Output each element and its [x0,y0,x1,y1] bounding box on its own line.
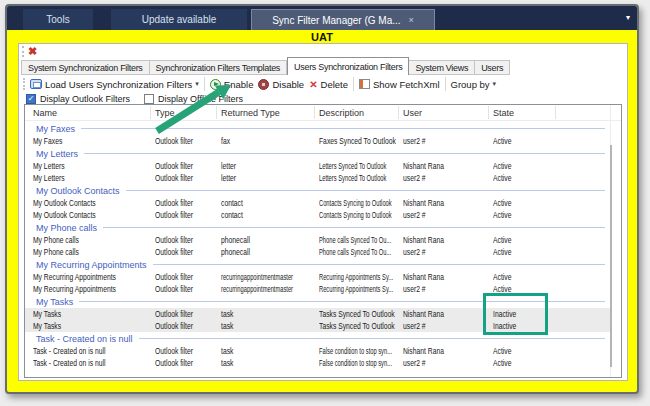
table-cell: user2 # [403,135,426,147]
group-header[interactable]: My Outlook Contacts [25,184,621,197]
tab-overflow-caret-icon[interactable]: ▾ [626,13,630,22]
table-cell: Recurring Appointments Sy... [319,283,393,295]
enable-play-icon [210,79,221,90]
delete-x-icon: ✕ [309,79,317,90]
table-cell: Outlook filter [155,357,193,369]
table-cell: My Outlook Contacts [33,209,96,221]
tab-synchronization-filters-templates[interactable]: Synchronization Filters Templates [150,60,288,75]
table-cell: Active [493,246,511,258]
table-row[interactable]: My Phone callsOutlook filterphonecallPho… [25,246,621,258]
group-header[interactable]: My Faxes [25,122,621,135]
table-cell: My Letters [33,160,65,172]
column-divider[interactable] [216,106,217,119]
disable-stop-icon [258,79,269,90]
close-plugin-button[interactable]: ✖ [28,44,37,58]
table-row[interactable]: My Outlook ContactsOutlook filtercontact… [25,197,621,209]
table-row[interactable]: My FaxesOutlook filterfaxFaxes Synced To… [25,135,621,147]
disable-button[interactable]: Disable [258,79,304,90]
table-cell: Nishant Rana [403,160,444,172]
table-row[interactable]: Task - Created on is nullOutlook filtert… [25,357,621,369]
table-cell: Task - Created on is null [33,357,105,369]
table-cell: Inactive [493,308,516,320]
tab-tools[interactable]: Tools [23,9,93,30]
show-fetchxml-button[interactable]: Show FetchXml [359,79,440,90]
group-header[interactable]: My Letters [25,147,621,160]
column-header-description[interactable]: Description [319,105,364,121]
column-header-returned-type[interactable]: Returned Type [221,105,280,121]
tab-sync-filter-manager[interactable]: Sync Filter Manager (G Ma... × [251,9,435,30]
table-cell: Outlook filter [155,234,193,246]
table-row[interactable]: My Recurring AppointmentsOutlook filterr… [25,283,621,295]
table-cell: Active [493,135,511,147]
column-divider[interactable] [150,106,151,119]
table-cell: Outlook filter [155,308,193,320]
top-tab-strip: Tools Update available Sync Filter Manag… [7,6,637,30]
table-row[interactable]: My LettersOutlook filterletterLetters Sy… [25,160,621,172]
table-row[interactable]: My Phone callsOutlook filterphonecallPho… [25,234,621,246]
table-cell: False condition to stop syn... [319,345,392,357]
column-header-state[interactable]: State [493,105,514,121]
load-users-filters-label: Load Users Synchronization Filters [45,79,192,90]
enable-label: Enable [224,79,254,90]
column-divider[interactable] [398,106,399,119]
table-cell: My Letters [33,172,65,184]
checkbox-icon[interactable]: ✓ [26,94,36,104]
load-dropdown-caret-icon[interactable]: ▾ [195,80,199,88]
table-cell: Outlook filter [155,172,193,184]
tab-system-views[interactable]: System Views [409,60,475,75]
checkbox-icon[interactable] [144,94,154,104]
table-cell: Outlook filter [155,160,193,172]
tab-close-icon[interactable]: × [409,15,414,25]
table-cell: user2 # [403,172,426,184]
table-cell: user2 # [403,246,426,258]
table-cell: Letters Synced To Outlook [319,172,386,184]
toolbar-grip [22,46,24,57]
toolstrip: Load Users Synchronization Filters ▾ Ena… [19,75,627,93]
table-cell: My Phone calls [33,234,79,246]
table-cell: Outlook filter [155,283,193,295]
toolbar-separator [445,77,446,91]
load-users-filters-button[interactable]: Load Users Synchronization Filters ▾ [30,79,199,90]
group-line [79,301,605,302]
group-label: My Outlook Contacts [36,186,120,196]
display-outlook-filters-checkbox[interactable]: ✓ Display Outlook Filters [26,94,130,104]
table-cell: Nishant Rana [403,345,444,357]
table-cell: contact [221,197,243,209]
tab-users[interactable]: Users [475,60,510,75]
table-cell: contact [221,209,243,221]
table-cell: Active [493,234,511,246]
delete-button[interactable]: ✕ Delete [309,79,348,90]
tab-update-available[interactable]: Update available [111,9,247,30]
group-header[interactable]: My Phone calls [25,221,621,234]
display-offline-filters-checkbox[interactable]: Display Offline Filters [144,94,243,104]
group-header[interactable]: Task - Created on is null [25,332,621,345]
enable-button[interactable]: Enable [210,79,254,90]
table-row[interactable]: My TasksOutlook filtertaskTasks Synced T… [25,320,621,332]
group-label: Task - Created on is null [36,334,133,344]
group-by-button[interactable]: Group by ▾ [451,79,497,90]
table-cell: Outlook filter [155,135,193,147]
column-divider[interactable] [488,106,489,119]
show-fetchxml-label: Show FetchXml [373,79,440,90]
column-header-user[interactable]: User [403,105,422,121]
group-line [139,338,605,339]
tab-system-synchronization-filters[interactable]: System Synchronization Filters [21,60,150,75]
table-cell: Nishant Rana [403,234,444,246]
table-cell: user2 # [403,320,426,332]
column-divider[interactable] [314,106,315,119]
tab-users-synchronization-filters[interactable]: Users Synchronization Filters [287,57,409,75]
table-cell: My Outlook Contacts [33,197,96,209]
column-divider[interactable] [555,106,556,119]
table-cell: Letters Synced To Outlook [319,160,386,172]
group-header[interactable]: My Recurring Appointments [25,258,621,271]
table-row[interactable]: My Outlook ContactsOutlook filtercontact… [25,209,621,221]
table-row[interactable]: My TasksOutlook filtertaskTasks Synced T… [25,308,621,320]
table-row[interactable]: My LettersOutlook filterletterLetters Sy… [25,172,621,184]
column-header-name[interactable]: Name [33,105,57,121]
table-row[interactable]: Task - Created on is nullOutlook filtert… [25,345,621,357]
table-cell: letter [221,172,236,184]
group-header[interactable]: My Tasks [25,295,621,308]
delete-label: Delete [321,79,348,90]
table-row[interactable]: My Recurring AppointmentsOutlook filterr… [25,271,621,283]
column-header-type[interactable]: Type [155,105,175,121]
